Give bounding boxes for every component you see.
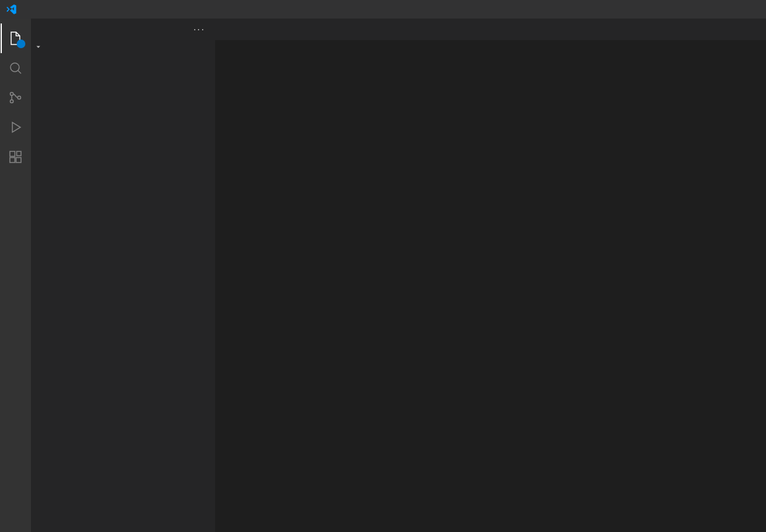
activity-explorer[interactable] xyxy=(1,23,30,53)
gutter[interactable] xyxy=(215,57,252,532)
titlebar xyxy=(0,0,766,19)
svg-point-2 xyxy=(11,100,14,103)
editor-body[interactable] xyxy=(215,57,766,532)
sidebar-more-icon[interactable]: ··· xyxy=(194,24,205,35)
chevron-down-icon xyxy=(33,43,43,51)
activity-bar xyxy=(0,19,31,532)
file-tree xyxy=(31,40,215,532)
svg-rect-6 xyxy=(16,158,21,163)
svg-rect-5 xyxy=(10,158,15,163)
svg-point-1 xyxy=(11,93,14,96)
vscode-icon xyxy=(0,4,22,15)
activity-search[interactable] xyxy=(1,53,30,83)
svg-point-0 xyxy=(11,63,19,72)
code[interactable] xyxy=(252,57,766,532)
activity-scm[interactable] xyxy=(1,83,30,112)
activity-debug[interactable] xyxy=(1,112,30,142)
sidebar: ··· xyxy=(31,19,215,532)
svg-rect-4 xyxy=(10,151,15,156)
tab-bar xyxy=(215,19,766,40)
svg-rect-7 xyxy=(17,151,21,156)
sidebar-header: ··· xyxy=(31,19,215,40)
explorer-badge xyxy=(17,40,25,48)
svg-point-3 xyxy=(18,96,21,99)
breadcrumbs[interactable] xyxy=(215,40,766,57)
activity-extensions[interactable] xyxy=(1,142,30,172)
editor-area xyxy=(215,19,766,532)
tree-root[interactable] xyxy=(31,40,215,54)
